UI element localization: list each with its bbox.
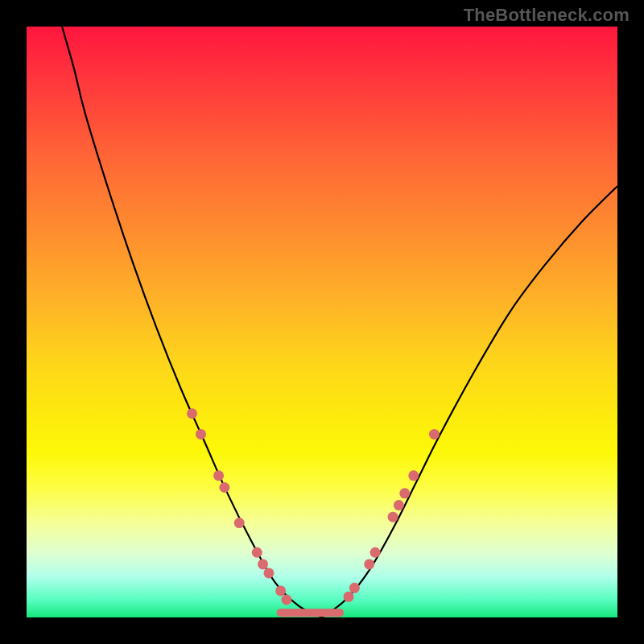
data-point — [196, 429, 206, 440]
curve-layer — [62, 27, 617, 617]
data-point — [258, 559, 268, 569]
chart-stage: TheBottleneck.com — [0, 0, 644, 644]
left-curve — [62, 27, 322, 617]
right-curve — [322, 186, 617, 617]
data-point — [349, 583, 360, 593]
dots-layer — [187, 408, 440, 605]
data-point — [408, 470, 419, 481]
data-point — [281, 594, 291, 605]
data-point — [187, 408, 197, 419]
data-point — [219, 482, 229, 493]
plot-area — [27, 27, 617, 617]
data-point — [275, 585, 286, 596]
attribution-text: TheBottleneck.com — [464, 5, 630, 26]
data-point — [370, 547, 381, 558]
data-point — [388, 512, 398, 522]
data-point — [263, 568, 274, 578]
data-point — [364, 559, 374, 569]
data-point — [213, 470, 224, 481]
data-point — [252, 547, 262, 558]
data-point — [344, 592, 354, 602]
data-point — [399, 488, 410, 498]
data-point — [394, 500, 404, 510]
data-point — [429, 429, 440, 440]
chart-svg — [27, 27, 617, 617]
data-point — [234, 518, 245, 528]
